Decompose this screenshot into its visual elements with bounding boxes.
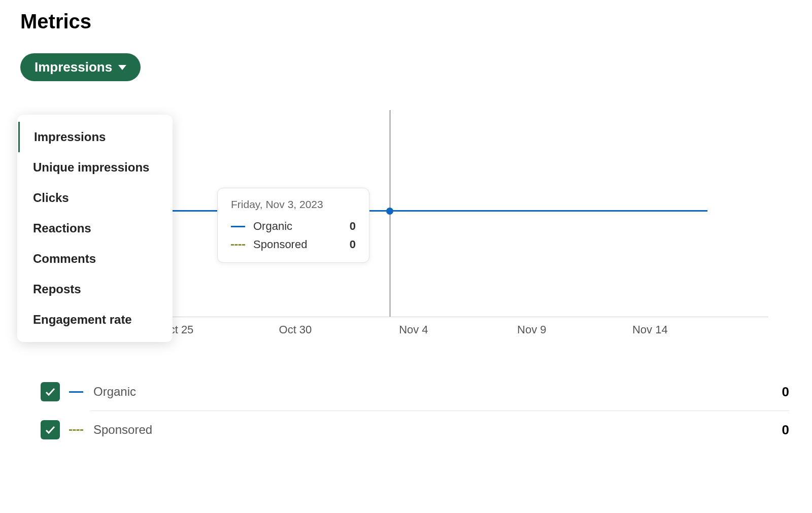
x-tick-label: Oct 30 <box>279 323 312 336</box>
swatch-line-solid-icon <box>231 226 245 227</box>
tooltip-date: Friday, Nov 3, 2023 <box>231 198 356 211</box>
dropdown-item[interactable]: Reposts <box>19 274 173 304</box>
dropdown-item[interactable]: Comments <box>19 244 173 274</box>
chevron-down-icon <box>118 65 126 70</box>
x-tick-label: Nov 9 <box>517 323 546 336</box>
metric-select-label: Impressions <box>35 59 112 75</box>
dropdown-item[interactable]: Engagement rate <box>19 304 173 335</box>
x-tick-label: Nov 4 <box>399 323 428 336</box>
tooltip-row-organic: Organic 0 <box>231 220 356 233</box>
metric-dropdown: ImpressionsUnique impressionsClicksReact… <box>17 115 173 342</box>
chart-tooltip: Friday, Nov 3, 2023 Organic 0 Sponsored … <box>217 188 369 263</box>
tooltip-label: Organic <box>253 220 342 233</box>
legend: Organic 0 Sponsored 0 <box>41 373 789 449</box>
chart-hover-dot <box>386 208 393 215</box>
legend-checkbox-organic[interactable] <box>41 382 60 401</box>
swatch-line-dashed-icon <box>69 429 84 431</box>
swatch-line-solid-icon <box>69 391 84 393</box>
tooltip-value: 0 <box>350 220 356 233</box>
legend-value: 0 <box>782 422 789 438</box>
dropdown-item[interactable]: Impressions <box>18 122 173 152</box>
check-icon <box>44 386 56 398</box>
legend-value: 0 <box>782 384 789 400</box>
x-tick-label: Nov 14 <box>632 323 668 336</box>
tooltip-label: Sponsored <box>253 238 342 251</box>
legend-label: Organic <box>93 385 773 399</box>
legend-label: Sponsored <box>93 423 773 437</box>
legend-checkbox-sponsored[interactable] <box>41 420 60 439</box>
swatch-line-dashed-icon <box>231 244 245 246</box>
dropdown-item[interactable]: Reactions <box>19 213 173 244</box>
dropdown-item[interactable]: Unique impressions <box>19 152 173 183</box>
dropdown-item[interactable]: Clicks <box>19 183 173 213</box>
metric-select-button[interactable]: Impressions <box>20 53 141 81</box>
check-icon <box>44 424 56 436</box>
tooltip-value: 0 <box>350 238 356 251</box>
legend-row-organic: Organic 0 <box>41 373 789 411</box>
page-title: Metrics <box>20 10 792 33</box>
legend-row-sponsored: Sponsored 0 <box>90 411 789 449</box>
tooltip-row-sponsored: Sponsored 0 <box>231 238 356 251</box>
